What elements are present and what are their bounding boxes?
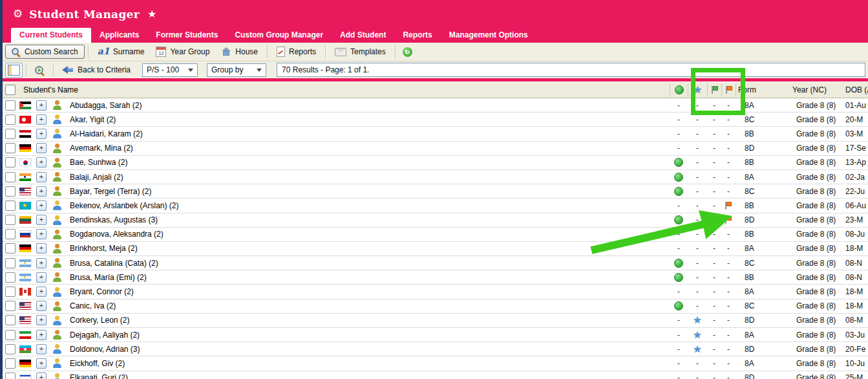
row-checkbox[interactable] [5, 287, 16, 297]
panel-view-button[interactable] [5, 63, 23, 78]
select-all-checkbox[interactable] [5, 85, 16, 95]
column-status-star[interactable]: ★ [688, 83, 707, 96]
tab-add-student[interactable]: Add Student [332, 28, 394, 43]
row-checkbox[interactable] [5, 272, 16, 283]
student-name[interactable]: Elkanati, Guri (2) [67, 373, 670, 379]
student-name[interactable]: Canic, Iva (2) [67, 301, 670, 310]
table-row[interactable]: +Balaji, Anjali (2)---8AGrade 8 (8)02-Ja [0, 170, 868, 184]
row-checkbox[interactable] [5, 243, 16, 254]
student-name[interactable]: Bendinskas, Augustas (3) [67, 215, 670, 224]
row-checkbox[interactable] [5, 143, 16, 153]
expand-button[interactable]: + [36, 301, 47, 311]
table-row[interactable]: +Corkery, Leon (2)-★--8DGrade 8 (8)08-M [0, 314, 868, 328]
page-size-select[interactable]: P/S - 100 [142, 63, 198, 77]
student-name[interactable]: Bogdanova, Aleksandra (2) [67, 230, 670, 239]
table-row[interactable]: +Eickhoff, Giv (2)----8AGrade 8 (8)10-Ju [0, 356, 868, 371]
expand-button[interactable]: + [36, 143, 47, 153]
back-to-criteria-button[interactable]: Back to Criteria [57, 64, 136, 76]
tab-current-students[interactable]: Current Students [11, 28, 91, 43]
row-checkbox[interactable] [5, 358, 16, 369]
column-year[interactable]: Year (NC) [787, 85, 843, 94]
table-row[interactable]: +Avemark, Mina (2)----8DGrade 8 (8)17-Se [0, 142, 868, 156]
table-row[interactable]: +Bryant, Connor (2)----8AGrade 8 (8)18-M [0, 285, 868, 299]
tab-applicants[interactable]: Applicants [91, 28, 147, 43]
table-row[interactable]: +Dejagah, Aaliyah (2)-★--8AGrade 8 (8)03… [0, 328, 868, 342]
row-checkbox[interactable] [5, 229, 16, 239]
tab-custom-group-manager[interactable]: Custom Group Manager [226, 28, 332, 43]
tab-management-options[interactable]: Management Options [441, 28, 536, 43]
student-name[interactable]: Brusa, María (Emi) (2) [67, 273, 670, 282]
expand-button[interactable]: + [36, 157, 47, 168]
expand-button[interactable]: + [36, 258, 47, 268]
row-checkbox[interactable] [5, 215, 16, 225]
table-row[interactable]: +Abudagga, Sarah (2)----8AGrade 8 (8)01-… [0, 98, 868, 113]
student-name[interactable]: Abudagga, Sarah (2) [67, 101, 670, 110]
templates-button[interactable]: Templates [329, 45, 392, 58]
table-row[interactable]: +Brusa, Catalina (Cata) (2)---8CGrade 8 … [0, 256, 868, 270]
table-row[interactable]: +Akar, Yigit (2)----8CGrade 8 (8)20-M [0, 113, 868, 127]
expand-button[interactable]: + [36, 330, 47, 340]
row-checkbox[interactable] [5, 344, 16, 354]
table-row[interactable]: +Al-Haidari, Karam (2)----8BGrade 8 (8)0… [0, 127, 868, 141]
column-status-dot[interactable] [670, 83, 688, 96]
expand-button[interactable]: + [36, 243, 47, 254]
student-name[interactable]: Bae, Sunhwa (2) [67, 158, 670, 167]
table-row[interactable]: +Elkanati, Guri (2)----8DGrade 8 (8)25-M [0, 371, 868, 379]
expand-button[interactable]: + [36, 200, 47, 211]
student-name[interactable]: Bayar, Tergel (Terra) (2) [67, 187, 670, 196]
column-form[interactable]: Form [736, 83, 787, 96]
row-checkbox[interactable] [5, 373, 16, 379]
expand-button[interactable]: + [36, 315, 47, 325]
star-icon[interactable] [147, 8, 156, 20]
zoom-in-button[interactable] [30, 64, 50, 76]
table-row[interactable]: +Brinkhorst, Meja (2)----8AGrade 8 (8)18… [0, 242, 868, 256]
row-checkbox[interactable] [5, 200, 16, 211]
table-row[interactable]: +Bae, Sunhwa (2)---8BGrade 8 (8)13-Ap [0, 156, 868, 170]
row-checkbox[interactable] [5, 315, 16, 325]
surname-button[interactable]: Surname [92, 45, 151, 58]
expand-button[interactable]: + [36, 186, 47, 197]
expand-button[interactable]: + [36, 114, 47, 125]
row-checkbox[interactable] [5, 114, 16, 125]
row-checkbox[interactable] [5, 301, 16, 311]
student-name[interactable]: Akar, Yigit (2) [67, 115, 670, 124]
expand-button[interactable]: + [36, 172, 47, 182]
tab-reports[interactable]: Reports [394, 28, 440, 43]
expand-button[interactable]: + [36, 215, 47, 225]
student-name[interactable]: Bekenov, Arslanbek (Arslan) (2) [67, 201, 670, 210]
group-by-select[interactable]: Group by [207, 63, 266, 77]
table-row[interactable]: +Brusa, María (Emi) (2)---8BGrade 8 (8)0… [0, 270, 868, 285]
house-button[interactable]: House [215, 45, 264, 58]
student-name[interactable]: Dejagah, Aaliyah (2) [67, 330, 670, 340]
student-name[interactable]: Bryant, Connor (2) [67, 287, 670, 296]
refresh-icon[interactable] [403, 47, 412, 57]
student-name[interactable]: Doldonov, Adrian (3) [67, 345, 670, 354]
column-status-orange-flag[interactable] [721, 83, 736, 96]
expand-button[interactable]: + [36, 358, 47, 369]
row-checkbox[interactable] [5, 330, 16, 340]
table-row[interactable]: +Canic, Iva (2)---8CGrade 8 (8)18-M [0, 299, 868, 314]
row-checkbox[interactable] [5, 100, 16, 111]
student-name[interactable]: Corkery, Leon (2) [67, 316, 670, 325]
expand-button[interactable]: + [36, 344, 47, 354]
expand-button[interactable]: + [36, 100, 47, 111]
table-row[interactable]: +Doldonov, Adrian (3)-★--8DGrade 8 (8)20… [0, 342, 868, 356]
column-student-name[interactable]: Student's Name [19, 85, 670, 94]
expand-button[interactable]: + [36, 272, 47, 283]
table-row[interactable]: +Bekenov, Arslanbek (Arslan) (2)---8BGra… [0, 199, 868, 213]
table-row[interactable]: +Bogdanova, Aleksandra (2)----8BGrade 8 … [0, 228, 868, 242]
student-name[interactable]: Avemark, Mina (2) [67, 144, 670, 153]
student-name[interactable]: Brinkhorst, Meja (2) [67, 244, 670, 253]
row-checkbox[interactable] [5, 157, 16, 168]
expand-button[interactable]: + [36, 229, 47, 239]
column-dob[interactable]: DOB (Ag [843, 85, 868, 94]
row-checkbox[interactable] [5, 129, 16, 139]
table-row[interactable]: +Bendinskas, Augustas (3)--8DGrade 8 (8)… [0, 213, 868, 228]
year-group-button[interactable]: Year Group [150, 45, 215, 59]
row-checkbox[interactable] [5, 172, 16, 182]
row-checkbox[interactable] [5, 258, 16, 268]
table-row[interactable]: +Bayar, Tergel (Terra) (2)---8CGrade 8 (… [0, 184, 868, 199]
student-name[interactable]: Balaji, Anjali (2) [67, 173, 670, 182]
row-checkbox[interactable] [5, 186, 16, 197]
tab-former-students[interactable]: Former Students [147, 28, 226, 43]
